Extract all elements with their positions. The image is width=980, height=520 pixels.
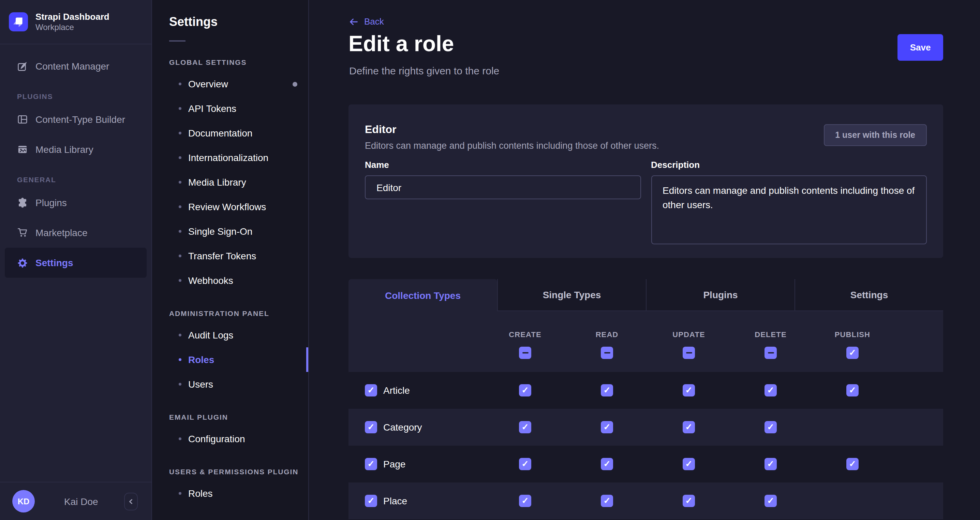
subnav-item-label: Review Workflows — [188, 201, 266, 212]
content-manager-icon — [17, 61, 28, 72]
check-icon: ✓ — [522, 460, 529, 469]
category-delete-checkbox[interactable]: ✓ — [765, 421, 777, 433]
sidebar-collapse-button[interactable] — [124, 493, 138, 510]
check-icon: ✓ — [368, 460, 375, 469]
row-category-checkbox[interactable]: ✓ — [365, 421, 377, 433]
subnav-list: Configuration — [152, 426, 308, 451]
column-header-label: CREATE — [509, 330, 541, 338]
subnav-item-label: Media Library — [188, 177, 246, 188]
place-delete-checkbox[interactable]: ✓ — [765, 495, 777, 507]
table-row-page: ✓Page✓✓✓✓✓ — [348, 446, 943, 482]
permissions-column-update: UPDATE — [648, 311, 730, 372]
sidebar-item-label: Content-Type Builder — [35, 114, 125, 125]
column-header-label: DELETE — [755, 330, 786, 338]
subnav-title: Settings — [152, 0, 308, 29]
row-label: Article — [383, 385, 410, 396]
place-update-checkbox[interactable]: ✓ — [682, 495, 695, 507]
sidebar-item-plugins[interactable]: Plugins — [5, 188, 146, 218]
strapi-logo-icon — [9, 12, 28, 31]
avatar[interactable]: KD — [12, 490, 35, 512]
page-update-checkbox[interactable]: ✓ — [682, 458, 695, 470]
description-input[interactable]: Editors can manage and publish contents … — [651, 175, 927, 244]
check-icon: ✓ — [767, 423, 775, 432]
bullet-icon — [179, 107, 181, 110]
subnav-item-global-settings-webhooks[interactable]: Webhooks — [152, 268, 308, 293]
tab-settings[interactable]: Settings — [794, 279, 943, 311]
name-input[interactable] — [365, 175, 641, 199]
place-read-checkbox[interactable]: ✓ — [601, 495, 613, 507]
subnav-item-label: Internationalization — [188, 152, 268, 163]
select-all-create-checkbox[interactable] — [519, 347, 531, 359]
save-button[interactable]: Save — [897, 34, 943, 61]
subnav-item-global-settings-review-workflows[interactable]: Review Workflows — [152, 195, 308, 219]
subnav-item-global-settings-documentation[interactable]: Documentation — [152, 121, 308, 145]
sidebar-item-marketplace[interactable]: Marketplace — [5, 218, 146, 248]
subnav-section-label: ADMINISTRATION PANEL — [169, 309, 308, 317]
page-create-checkbox[interactable]: ✓ — [519, 458, 531, 470]
subnav-item-administration-panel-users[interactable]: Users — [152, 372, 308, 397]
subnav-section-label: EMAIL PLUGIN — [169, 413, 308, 421]
article-read-checkbox[interactable]: ✓ — [601, 384, 613, 397]
sidebar-item-label: Settings — [35, 257, 73, 268]
select-all-delete-checkbox[interactable] — [765, 347, 777, 359]
select-all-publish-checkbox[interactable]: ✓ — [846, 347, 859, 359]
subnav-item-global-settings-transfer-tokens[interactable]: Transfer Tokens — [152, 244, 308, 268]
check-icon: ✓ — [368, 386, 375, 395]
subnav-item-email-plugin-configuration[interactable]: Configuration — [152, 426, 308, 451]
select-all-read-checkbox[interactable] — [601, 347, 613, 359]
category-create-checkbox[interactable]: ✓ — [519, 421, 531, 433]
cell-category-delete: ✓ — [730, 421, 811, 433]
subnav-item-global-settings-overview[interactable]: Overview — [152, 72, 308, 96]
row-place-checkbox[interactable]: ✓ — [365, 495, 377, 507]
subnav-item-label: Single Sign-On — [188, 226, 252, 237]
row-label: Page — [383, 459, 406, 469]
permissions-header-spacer — [348, 311, 484, 372]
subnav-item-global-settings-internationalization[interactable]: Internationalization — [152, 145, 308, 170]
users-with-role-button[interactable]: 1 user with this role — [824, 124, 927, 146]
category-update-checkbox[interactable]: ✓ — [682, 421, 695, 433]
subnav-item-global-settings-api-tokens[interactable]: API Tokens — [152, 96, 308, 121]
back-link[interactable]: Back — [348, 16, 384, 27]
page-publish-checkbox[interactable]: ✓ — [846, 458, 859, 470]
row-label: Place — [383, 495, 407, 506]
sidebar-item-content-type-builder[interactable]: Content-Type Builder — [5, 104, 146, 134]
article-delete-checkbox[interactable]: ✓ — [765, 384, 777, 397]
table-row-place: ✓Place✓✓✓✓ — [348, 482, 943, 519]
check-icon: ✓ — [767, 497, 775, 505]
subnav-item-global-settings-media-library[interactable]: Media Library — [152, 170, 308, 195]
subnav-item-administration-panel-roles[interactable]: Roles — [152, 347, 308, 372]
article-publish-checkbox[interactable]: ✓ — [846, 384, 859, 397]
sidebar-section-label: PLUGINS — [5, 92, 146, 100]
brand-text: Strapi Dashboard Workplace — [35, 11, 110, 32]
category-read-checkbox[interactable]: ✓ — [601, 421, 613, 433]
subnav-item-global-settings-single-sign-on[interactable]: Single Sign-On — [152, 219, 308, 244]
check-icon: ✓ — [603, 460, 611, 469]
tab-plugins[interactable]: Plugins — [646, 279, 794, 311]
row-header-place: ✓Place — [348, 495, 484, 507]
select-all-update-checkbox[interactable] — [682, 347, 695, 359]
subnav-item-administration-panel-audit-logs[interactable]: Audit Logs — [152, 323, 308, 347]
row-page-checkbox[interactable]: ✓ — [365, 458, 377, 470]
settings-icon — [17, 257, 28, 268]
app-window: Strapi Dashboard Workplace Content Manag… — [0, 0, 980, 520]
main-sidebar: Strapi Dashboard Workplace Content Manag… — [0, 0, 152, 520]
bullet-icon — [179, 156, 181, 159]
tab-single-types[interactable]: Single Types — [497, 279, 646, 311]
sidebar-section-label: GENERAL — [5, 175, 146, 183]
row-article-checkbox[interactable]: ✓ — [365, 384, 377, 397]
subnav-item-users-permissions-plugin-roles[interactable]: Roles — [152, 481, 308, 506]
cell-category-read: ✓ — [566, 421, 648, 433]
sidebar-item-settings[interactable]: Settings — [5, 248, 146, 278]
article-create-checkbox[interactable]: ✓ — [519, 384, 531, 397]
article-update-checkbox[interactable]: ✓ — [682, 384, 695, 397]
place-create-checkbox[interactable]: ✓ — [519, 495, 531, 507]
tab-collection-types[interactable]: Collection Types — [348, 279, 497, 311]
cell-article-create: ✓ — [484, 384, 566, 397]
sidebar-item-content-manager[interactable]: Content Manager — [5, 51, 146, 81]
subnav-item-label: Audit Logs — [188, 330, 233, 341]
sidebar-item-media-library[interactable]: Media Library — [5, 134, 146, 164]
page-delete-checkbox[interactable]: ✓ — [765, 458, 777, 470]
page-read-checkbox[interactable]: ✓ — [601, 458, 613, 470]
permissions-column-delete: DELETE — [730, 311, 811, 372]
check-icon: ✓ — [603, 423, 611, 432]
